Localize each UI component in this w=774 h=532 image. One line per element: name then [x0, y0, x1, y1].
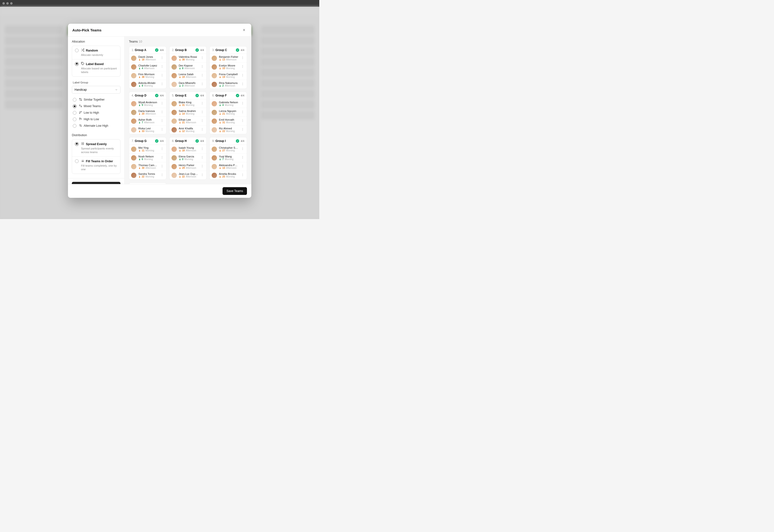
team-name: Group D — [135, 94, 146, 97]
team-member: Noah Nelson 6 Morning — [129, 154, 166, 162]
member-more-button[interactable] — [200, 73, 204, 78]
member-more-button[interactable] — [240, 155, 245, 160]
member-name: Valentina Rossi — [179, 55, 198, 58]
member-more-button[interactable] — [160, 110, 164, 115]
time-slot: Afternoon — [186, 121, 196, 124]
member-more-button[interactable] — [240, 110, 245, 115]
sort-option-similar together[interactable]: Similar Together — [72, 96, 120, 103]
member-more-button[interactable] — [240, 73, 245, 78]
handicap-value: 33 — [142, 130, 144, 133]
svg-point-27 — [202, 75, 202, 75]
member-name: Amir Khalifa — [179, 127, 198, 130]
member-more-button[interactable] — [160, 118, 164, 124]
svg-point-20 — [202, 59, 202, 59]
svg-point-40 — [242, 67, 243, 68]
member-more-button[interactable] — [200, 155, 204, 160]
svg-point-77 — [179, 130, 180, 131]
sort-option-alternate low high[interactable]: Alternate Low High — [72, 123, 120, 129]
member-more-button[interactable] — [200, 164, 204, 169]
time-slot: Morning — [226, 130, 235, 133]
golfer-icon — [179, 113, 181, 115]
sort-option-mixed teams[interactable]: Mixed Teams — [72, 103, 120, 110]
member-more-button[interactable] — [240, 164, 245, 169]
svg-point-53 — [139, 113, 140, 114]
label-group-select[interactable]: Handicap — [72, 86, 120, 94]
close-button[interactable] — [241, 27, 247, 33]
svg-point-43 — [242, 75, 243, 75]
member-more-button[interactable] — [200, 56, 204, 61]
team-count: 4/4 — [200, 94, 204, 97]
member-more-button[interactable] — [160, 82, 164, 87]
member-more-button[interactable] — [160, 164, 164, 169]
member-more-button[interactable] — [240, 64, 245, 69]
handicap-value: 29 — [182, 167, 185, 169]
handicap-value: 22 — [142, 175, 144, 178]
member-more-button[interactable] — [160, 73, 164, 78]
team-member: Rina Nakamura 2 Afternoon — [210, 80, 247, 89]
team-card: 6. Group F 4/4 Gabriela Nelson 4 Morning… — [209, 92, 247, 134]
distribution-option-fill teams in order[interactable]: Fill Teams in Order Fill teams completel… — [72, 157, 120, 174]
svg-point-117 — [179, 158, 180, 159]
avatar — [131, 173, 136, 178]
time-slot: Afternoon — [186, 149, 196, 152]
svg-point-136 — [242, 158, 243, 159]
member-more-button[interactable] — [200, 173, 204, 178]
member-more-button[interactable] — [240, 82, 245, 87]
svg-point-29 — [179, 85, 180, 86]
save-teams-button[interactable]: Save Teams — [223, 187, 247, 195]
time-slot: Morning — [145, 175, 154, 178]
distribution-option-spread evenly[interactable]: Spread Evenly Spread participants evenly… — [72, 140, 120, 157]
member-more-button[interactable] — [160, 101, 164, 106]
option-icon — [81, 142, 84, 146]
member-more-button[interactable] — [200, 127, 204, 132]
member-more-button[interactable] — [240, 147, 245, 152]
svg-point-115 — [202, 148, 202, 149]
golfer-icon — [179, 158, 181, 161]
member-more-button[interactable] — [160, 173, 164, 178]
team-member: Riz Ahmed 22 Morning — [210, 126, 247, 134]
member-more-button[interactable] — [160, 155, 164, 160]
svg-point-83 — [242, 103, 243, 103]
time-slot: Morning — [225, 104, 233, 106]
member-name: Wyatt Anderson — [138, 101, 158, 104]
member-more-button[interactable] — [200, 101, 204, 106]
time-slot: Afternoon — [186, 167, 196, 169]
team-header: 1. Group A 4/4 — [129, 46, 166, 54]
member-more-button[interactable] — [200, 64, 204, 69]
member-more-button[interactable] — [200, 118, 204, 124]
pick-teams-button[interactable]: Pick Teams — [72, 182, 120, 184]
member-name: Dev Kapoor — [179, 64, 198, 67]
avatar — [131, 110, 136, 115]
svg-point-81 — [220, 104, 221, 105]
member-more-button[interactable] — [200, 82, 204, 87]
svg-point-21 — [179, 67, 180, 68]
member-more-button[interactable] — [240, 101, 245, 106]
member-more-button[interactable] — [240, 56, 245, 61]
check-badge-icon — [155, 48, 158, 52]
golfer-icon — [138, 104, 141, 106]
member-more-button[interactable] — [200, 110, 204, 115]
member-more-button[interactable] — [160, 127, 164, 132]
svg-point-129 — [220, 150, 221, 150]
time-slot: Morning — [145, 76, 154, 78]
team-member: Fiona Campbell 19 Morning — [210, 71, 247, 80]
svg-point-12 — [162, 76, 162, 76]
sort-option-low to high[interactable]: Low to High — [72, 110, 120, 116]
member-more-button[interactable] — [240, 127, 245, 132]
member-more-button[interactable] — [240, 173, 245, 178]
allocation-option-label based[interactable]: Label Based Allocate based on participan… — [72, 59, 120, 76]
check-badge-icon — [236, 48, 239, 52]
member-more-button[interactable] — [160, 56, 164, 61]
member-more-button[interactable] — [160, 64, 164, 69]
member-more-button[interactable] — [240, 118, 245, 124]
golfer-icon — [219, 149, 221, 152]
handicap-value: 11 — [142, 149, 144, 152]
team-member: Daria Ivanova 20 Afternoon — [129, 108, 166, 117]
member-more-button[interactable] — [160, 147, 164, 152]
svg-point-118 — [202, 156, 202, 157]
member-more-button[interactable] — [200, 147, 204, 152]
allocation-option-random[interactable]: Random Allocate randomly — [72, 46, 120, 59]
sort-option-high to low[interactable]: High to Low — [72, 116, 120, 123]
modal-overlay: Auto-Pick Teams Allocation Random Alloca… — [0, 7, 319, 219]
distribution-options: Spread Evenly Spread participants evenly… — [72, 139, 120, 174]
